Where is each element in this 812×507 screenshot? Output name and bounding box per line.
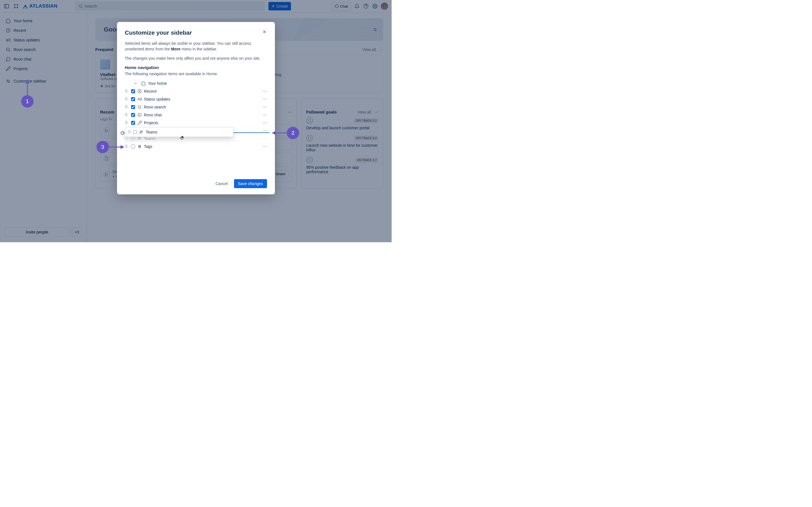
row-label: Recent <box>144 89 156 94</box>
svg-line-38 <box>139 145 139 148</box>
annotation-number: 1 <box>26 98 29 105</box>
row-label: Teams <box>146 130 157 134</box>
annotation-3: 3 <box>96 141 109 153</box>
nav-row-home: Your home <box>125 79 267 87</box>
svg-rect-31 <box>138 114 141 116</box>
chevron-down-icon <box>134 82 138 85</box>
row-more-icon: ⋯ <box>263 136 267 141</box>
svg-line-39 <box>140 145 140 148</box>
drag-handle-icon[interactable]: ⠿ <box>125 97 129 101</box>
modal-section-sub: The following navigation items are avail… <box>125 71 267 76</box>
cancel-label: Cancel <box>215 181 228 186</box>
row-more-icon[interactable]: ⋯ <box>263 121 267 125</box>
svg-point-35 <box>140 138 141 138</box>
arrow-right-icon <box>108 141 124 153</box>
row-more-icon[interactable]: ⋯ <box>263 113 267 117</box>
dragging-row-teams[interactable]: ⠿ Teams <box>125 127 234 137</box>
row-more-icon[interactable]: ⋯ <box>263 89 267 94</box>
cancel-button[interactable]: Cancel <box>212 179 231 188</box>
row-checkbox[interactable] <box>131 121 135 125</box>
row-label: Your home <box>148 81 167 86</box>
nav-row-status[interactable]: ⠿ Status updates ⋯ <box>125 95 267 103</box>
chat-icon <box>137 113 142 117</box>
row-label: Projects <box>144 121 158 125</box>
drag-handle-icon[interactable]: ⠿ <box>125 121 129 125</box>
row-checkbox <box>131 136 135 140</box>
grab-cursor-icon <box>180 135 185 140</box>
row-checkbox[interactable] <box>131 145 135 149</box>
annotation-2: 2 <box>287 127 299 139</box>
annotation-1: 1 <box>21 95 34 108</box>
modal-description: Selected items will always be visible in… <box>125 41 267 52</box>
arrow-left-icon <box>272 127 288 139</box>
drag-handle-icon[interactable]: ⠿ <box>125 113 129 117</box>
row-checkbox[interactable] <box>131 105 135 109</box>
svg-point-41 <box>142 131 143 132</box>
people-icon <box>139 130 144 134</box>
drag-handle-icon[interactable]: ⠿ <box>125 105 129 109</box>
row-label: Rovo chat <box>144 113 162 117</box>
nav-row-recent[interactable]: ⠿ Recent ⋯ <box>125 87 267 95</box>
drag-handle-icon: ⠿ <box>125 136 129 141</box>
nav-row-rovo-chat[interactable]: ⠿ Rovo chat ⋯ <box>125 111 267 119</box>
drag-handle-icon[interactable]: ⠿ <box>125 89 129 94</box>
svg-marker-47 <box>121 145 124 149</box>
row-checkbox[interactable] <box>131 89 135 93</box>
megaphone-icon <box>137 97 142 101</box>
row-checkbox[interactable] <box>131 113 135 117</box>
row-checkbox <box>133 130 137 134</box>
nav-row-rovo-search[interactable]: ⠿ Rovo search ⋯ <box>125 103 267 111</box>
svg-point-34 <box>139 137 140 138</box>
row-more-icon[interactable]: ⋯ <box>263 97 267 101</box>
svg-marker-43 <box>26 80 29 83</box>
save-changes-button[interactable]: Save changes <box>234 179 267 188</box>
nav-row-tags[interactable]: ⠿ Tags ⋯ <box>125 143 267 151</box>
search-icon <box>137 105 142 109</box>
rocket-icon <box>137 121 142 125</box>
home-icon <box>141 81 146 86</box>
drag-handle-icon: ⠿ <box>128 130 131 134</box>
annotation-number: 2 <box>292 130 295 136</box>
row-more-icon[interactable]: ⋯ <box>263 144 267 149</box>
people-icon <box>137 136 142 141</box>
hash-icon <box>137 144 142 149</box>
modal-description-2: The changes you make here only affect yo… <box>125 55 267 61</box>
nav-reorder-list: Your home ⠿ Recent ⋯ ⠿ Status updates ⋯ … <box>125 79 267 172</box>
modal-section-heading: Home navigation <box>125 65 267 70</box>
save-label: Save changes <box>238 181 263 186</box>
row-label: Rovo search <box>144 105 166 109</box>
row-label: Tags <box>144 144 153 149</box>
modal-title: Customize your sidebar <box>125 29 267 36</box>
modal-footer: Cancel Save changes <box>125 179 267 188</box>
arrow-up-icon <box>21 80 34 97</box>
row-checkbox[interactable] <box>131 97 135 101</box>
clock-icon <box>137 89 142 94</box>
row-label: Status updates <box>144 97 170 101</box>
row-label: Teams <box>144 136 156 141</box>
annotation-number: 3 <box>101 144 104 150</box>
svg-marker-45 <box>272 131 275 135</box>
close-icon[interactable] <box>262 29 267 34</box>
svg-point-40 <box>140 131 141 132</box>
row-more-icon[interactable]: ⋯ <box>263 105 267 109</box>
drag-handle-icon[interactable]: ⠿ <box>125 144 129 149</box>
nav-row-projects[interactable]: ⠿ Projects ⋯ <box>125 119 267 127</box>
customize-sidebar-modal: Customize your sidebar Selected items wi… <box>117 22 275 194</box>
svg-point-29 <box>138 106 140 108</box>
modal-backdrop[interactable]: Customize your sidebar Selected items wi… <box>0 0 392 242</box>
svg-line-30 <box>140 108 141 109</box>
